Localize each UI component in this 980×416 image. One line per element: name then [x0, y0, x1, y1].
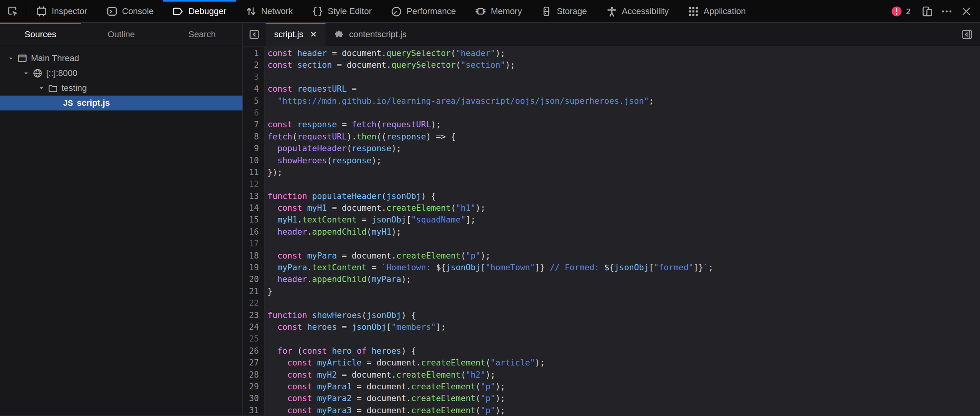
close-devtools-button[interactable] — [956, 0, 976, 22]
code-line: 3 — [243, 71, 980, 83]
line-number[interactable]: 25 — [243, 333, 265, 345]
extension-puzzle-icon — [334, 29, 345, 40]
tab-style-editor[interactable]: Style Editor — [302, 0, 382, 22]
sidebar-tab-search[interactable]: Search — [162, 23, 242, 46]
tab-performance[interactable]: Performance — [381, 0, 465, 22]
tree-item-host-8000[interactable]: [::]:8000 — [0, 66, 242, 81]
line-number[interactable]: 19 — [243, 262, 265, 273]
sources-tree-panel: Main Thread[::]:8000testingJSscript.js — [0, 46, 243, 415]
responsive-design-mode-button[interactable] — [917, 0, 937, 22]
expander-down-icon[interactable] — [21, 70, 31, 76]
window-icon — [17, 53, 27, 63]
tab-accessibility[interactable]: Accessibility — [597, 0, 678, 22]
sidebar-tab-sources[interactable]: Sources — [0, 23, 81, 46]
tab-label: Sources — [25, 29, 56, 40]
code-text — [265, 297, 268, 309]
toolbar-right-group: 2 — [884, 0, 980, 22]
code-editor[interactable]: 1const header = document.querySelector("… — [243, 46, 980, 415]
line-number[interactable]: 9 — [243, 143, 265, 154]
code-line: 28 const myH2 = document.createElement("… — [243, 369, 980, 381]
line-number[interactable]: 10 — [243, 155, 265, 166]
line-number[interactable]: 2 — [243, 59, 265, 71]
tab-debugger[interactable]: Debugger — [163, 0, 236, 22]
line-number[interactable]: 8 — [243, 131, 265, 143]
line-number[interactable]: 29 — [243, 381, 265, 392]
code-line: 31 const myPara3 = document.createElemen… — [243, 405, 980, 415]
collapse-right-panel-button[interactable] — [954, 23, 980, 46]
collapse-right-panel-icon — [961, 29, 973, 40]
editor-tabs: script.js✕contentscript.js — [266, 23, 415, 46]
tab-network[interactable]: Network — [236, 0, 302, 22]
line-number[interactable]: 6 — [243, 107, 265, 119]
line-number[interactable]: 17 — [243, 238, 265, 250]
line-number[interactable]: 11 — [243, 166, 265, 178]
error-badge[interactable]: 2 — [884, 5, 917, 17]
tree-item-testing[interactable]: testing — [0, 81, 242, 96]
code-text: fetch(requestURL).then((response) => { — [265, 131, 456, 143]
line-number[interactable]: 13 — [243, 190, 265, 202]
code-line: 13function populateHeader(jsonObj) { — [243, 190, 980, 202]
sidebar-tab-outline[interactable]: Outline — [81, 23, 161, 46]
tab-inspector[interactable]: Inspector — [26, 0, 97, 22]
line-number[interactable]: 18 — [243, 250, 265, 262]
code-line: 5 "https://mdn.github.io/learning-area/j… — [243, 95, 980, 107]
code-text: header.appendChild(myH1); — [265, 226, 401, 238]
expander-down-icon[interactable] — [36, 85, 47, 91]
expander-down-icon[interactable] — [5, 55, 16, 61]
line-number[interactable]: 3 — [243, 71, 265, 83]
toolbar-actions — [917, 0, 976, 22]
line-number[interactable]: 24 — [243, 321, 265, 333]
secondary-toolbar: SourcesOutlineSearch script.js✕contentsc… — [0, 23, 980, 46]
error-count: 2 — [906, 7, 911, 16]
line-number[interactable]: 31 — [243, 405, 265, 415]
code-line: 4const requestURL = — [243, 83, 980, 95]
line-number[interactable]: 5 — [243, 95, 265, 107]
tab-label: Accessibility — [622, 6, 669, 16]
tab-application[interactable]: Application — [678, 0, 755, 22]
code-line: 15 myH1.textContent = jsonObj["squadName… — [243, 214, 980, 226]
code-text: const myPara = document.createElement("p… — [265, 250, 490, 262]
code-text: }); — [265, 166, 282, 178]
code-text: populateHeader(response); — [265, 143, 401, 154]
tab-label: Outline — [108, 29, 135, 40]
line-number[interactable]: 21 — [243, 286, 265, 297]
line-number[interactable]: 30 — [243, 392, 265, 404]
code-text: header.appendChild(myPara); — [265, 273, 411, 285]
tab-console[interactable]: Console — [97, 0, 163, 22]
line-number[interactable]: 28 — [243, 369, 265, 381]
line-number[interactable]: 1 — [243, 47, 265, 59]
line-number[interactable]: 14 — [243, 202, 265, 214]
code-text — [265, 71, 268, 83]
code-line: 7const response = fetch(requestURL); — [243, 119, 980, 130]
code-line: 23function showHeroes(jsonObj) { — [243, 309, 980, 321]
line-number[interactable]: 16 — [243, 226, 265, 238]
more-tools-menu-button[interactable] — [937, 0, 956, 22]
code-line: 19 myPara.textContent = `Hometown: ${jso… — [243, 262, 980, 273]
line-number[interactable]: 15 — [243, 214, 265, 226]
tree-item-main-thread[interactable]: Main Thread — [0, 51, 242, 66]
tab-label: Memory — [491, 6, 522, 16]
line-number[interactable]: 20 — [243, 273, 265, 285]
tree-item-script-js[interactable]: JSscript.js — [0, 96, 242, 110]
close-tab-icon[interactable]: ✕ — [310, 30, 317, 39]
tab-script-js[interactable]: script.js✕ — [266, 23, 325, 46]
inspector-icon — [36, 5, 47, 17]
code-line: 27 const myArticle = document.createElem… — [243, 357, 980, 369]
line-number[interactable]: 4 — [243, 83, 265, 95]
tab-storage[interactable]: Storage — [531, 0, 596, 22]
line-number[interactable]: 22 — [243, 297, 265, 309]
tab-memory[interactable]: Memory — [465, 0, 531, 22]
code-text: showHeroes(response); — [265, 155, 382, 166]
pick-element-button[interactable] — [0, 0, 26, 22]
code-text: for (const hero of heroes) { — [265, 345, 416, 357]
code-text: function showHeroes(jsonObj) { — [265, 309, 416, 321]
line-number[interactable]: 23 — [243, 309, 265, 321]
network-icon — [245, 5, 257, 17]
tab-contentscript-js[interactable]: contentscript.js — [325, 23, 415, 46]
line-number[interactable]: 27 — [243, 357, 265, 369]
collapse-sources-panel-button[interactable] — [243, 23, 266, 46]
line-number[interactable]: 26 — [243, 345, 265, 357]
line-number[interactable]: 12 — [243, 178, 265, 190]
line-number[interactable]: 7 — [243, 119, 265, 130]
code-line: 10 showHeroes(response); — [243, 155, 980, 166]
